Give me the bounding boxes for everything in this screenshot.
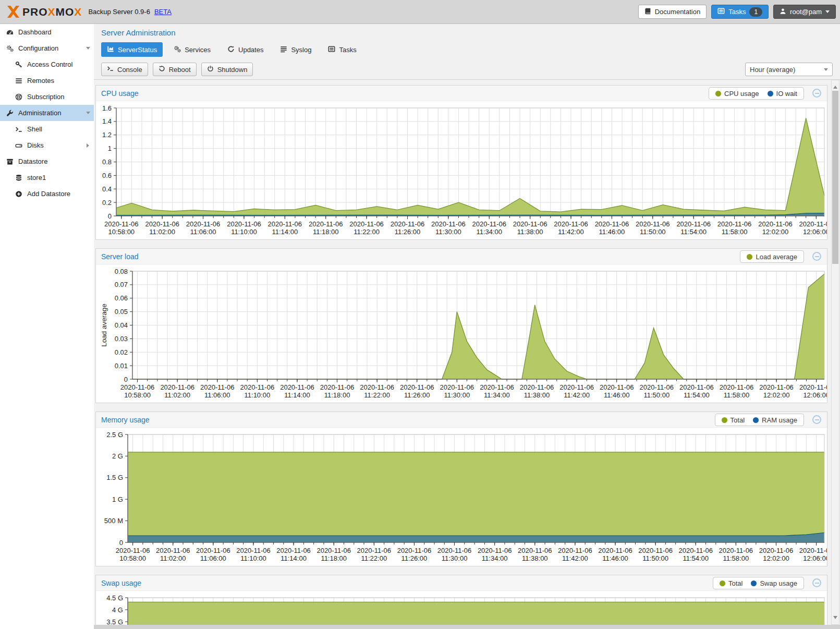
area-chart-icon — [107, 45, 114, 54]
sidebar-item-store1[interactable]: store1 — [0, 170, 94, 186]
svg-text:0.8: 0.8 — [102, 158, 112, 166]
legend-dot-icon — [715, 91, 721, 96]
collapse-panel-button[interactable] — [812, 578, 821, 587]
svg-text:11:02:00: 11:02:00 — [164, 391, 190, 399]
svg-text:2020-11-06: 2020-11-06 — [320, 383, 355, 391]
svg-text:2020-11-06: 2020-11-06 — [240, 383, 275, 391]
tab-services[interactable]: Services — [168, 42, 216, 57]
sidebar-item-administration[interactable]: Administration — [0, 105, 94, 121]
chevron-right-icon[interactable] — [87, 143, 91, 148]
collapse-panel-button[interactable] — [812, 415, 821, 424]
svg-text:4.5 G: 4.5 G — [106, 594, 123, 602]
svg-text:2020-11-06: 2020-11-06 — [679, 383, 714, 391]
legend-item[interactable]: IO wait — [768, 90, 797, 98]
swap-usage-panel: Swap usage TotalSwap usage 0500 M1 G1.5 … — [95, 575, 827, 629]
swap-usage-chart: 0500 M1 G1.5 G2 G2.5 G3 G3.5 G4 G4.5 G20… — [96, 591, 827, 629]
tab-syslog[interactable]: Syslog — [274, 42, 317, 57]
svg-text:2020-11-06: 2020-11-06 — [268, 220, 302, 228]
svg-text:2020-11-06: 2020-11-06 — [600, 383, 634, 391]
svg-text:0: 0 — [108, 212, 112, 220]
svg-text:11:58:00: 11:58:00 — [722, 228, 748, 236]
collapse-panel-button[interactable] — [812, 89, 821, 98]
svg-text:2020-11-06: 2020-11-06 — [431, 220, 466, 228]
svg-text:11:46:00: 11:46:00 — [604, 391, 630, 399]
panel-title: Server load — [96, 252, 139, 261]
svg-text:11:26:00: 11:26:00 — [401, 554, 428, 562]
svg-text:11:34:00: 11:34:00 — [476, 228, 502, 236]
svg-text:1: 1 — [108, 144, 112, 152]
documentation-button[interactable]: Documentation — [638, 5, 707, 19]
svg-text:11:18:00: 11:18:00 — [313, 228, 339, 236]
svg-text:11:34:00: 11:34:00 — [484, 391, 510, 399]
sidebar-item-disks[interactable]: Disks — [0, 137, 94, 153]
scrollbar-thumb[interactable] — [832, 91, 838, 264]
horizontal-scrollbar[interactable] — [94, 625, 840, 629]
svg-text:0.01: 0.01 — [115, 362, 128, 370]
svg-text:2020-11-06: 2020-11-06 — [480, 383, 514, 391]
tasks-button[interactable]: Tasks 1 — [711, 5, 769, 19]
svg-text:2020-11-06: 2020-11-06 — [799, 383, 827, 391]
user-menu-button[interactable]: root@pam — [773, 5, 836, 19]
legend-item[interactable]: Swap usage — [751, 579, 797, 587]
vertical-scrollbar[interactable] — [831, 80, 839, 625]
sidebar-item-subscription[interactable]: Subscription — [0, 89, 94, 105]
svg-text:2020-11-06: 2020-11-06 — [349, 220, 384, 228]
legend-dot-icon — [722, 417, 727, 423]
legend-item[interactable]: Load average — [747, 253, 797, 261]
shutdown-button[interactable]: Shutdown — [201, 63, 253, 76]
svg-text:2020-11-06: 2020-11-06 — [720, 383, 754, 391]
server-load-chart: 00.010.020.030.040.050.060.070.082020-11… — [96, 264, 827, 402]
svg-text:2020-11-06: 2020-11-06 — [472, 220, 506, 228]
sidebar-item-dashboard[interactable]: Dashboard — [0, 24, 94, 40]
database-icon — [15, 174, 23, 182]
legend-item[interactable]: CPU usage — [715, 90, 759, 98]
svg-text:11:06:00: 11:06:00 — [204, 391, 230, 399]
tab-tasks[interactable]: Tasks — [322, 42, 362, 57]
svg-text:11:10:00: 11:10:00 — [245, 391, 271, 399]
tab-serverstatus[interactable]: ServerStatus — [101, 42, 163, 57]
svg-text:11:18:00: 11:18:00 — [324, 391, 350, 399]
timeframe-select[interactable]: Hour (average) — [745, 63, 833, 76]
beta-link[interactable]: BETA — [154, 8, 172, 16]
panel-title: CPU usage — [96, 89, 139, 98]
svg-text:11:26:00: 11:26:00 — [395, 228, 421, 236]
legend-dot-icon — [753, 417, 759, 423]
list-icon — [280, 45, 287, 54]
reboot-button[interactable]: Reboot — [153, 63, 197, 76]
legend-item[interactable]: RAM usage — [753, 416, 797, 424]
svg-text:1.5 G: 1.5 G — [106, 474, 123, 481]
sidebar-item-configuration[interactable]: Configuration — [0, 40, 94, 56]
sidebar-item-datastore[interactable]: Datastore — [0, 153, 94, 170]
archive-icon — [6, 158, 14, 165]
svg-text:2020-11-06: 2020-11-06 — [598, 547, 632, 554]
proxmox-logo: PROXMOX — [6, 5, 82, 18]
legend-item[interactable]: Total — [722, 416, 745, 424]
book-icon — [644, 8, 651, 16]
legend-item[interactable]: Total — [720, 579, 742, 587]
scroll-down-arrow-icon[interactable] — [833, 616, 837, 621]
sidebar-item-remotes[interactable]: Remotes — [0, 72, 94, 89]
svg-text:2020-11-06: 2020-11-06 — [558, 547, 592, 554]
gears-icon — [174, 45, 181, 54]
svg-text:11:26:00: 11:26:00 — [404, 391, 430, 399]
terminal-icon — [15, 126, 23, 133]
svg-text:Load average: Load average — [100, 304, 108, 347]
collapse-panel-button[interactable] — [812, 252, 821, 261]
sidebar-item-shell[interactable]: Shell — [0, 121, 94, 137]
chevron-down-icon[interactable] — [86, 47, 90, 52]
key-icon — [15, 61, 23, 68]
svg-text:0.05: 0.05 — [115, 308, 128, 316]
scroll-up-arrow-icon[interactable] — [833, 83, 837, 89]
svg-text:11:30:00: 11:30:00 — [444, 391, 470, 399]
svg-text:2020-11-06: 2020-11-06 — [227, 220, 261, 228]
gears-icon — [6, 45, 14, 52]
console-button[interactable]: Console — [101, 63, 148, 76]
sidebar-item-add-datastore[interactable]: Add Datastore — [0, 186, 94, 202]
chevron-down-icon[interactable] — [86, 112, 90, 116]
legend-dot-icon — [747, 254, 752, 260]
tab-updates[interactable]: Updates — [222, 42, 269, 57]
chart-legend: CPU usageIO wait — [709, 87, 804, 100]
svg-text:11:42:00: 11:42:00 — [558, 228, 584, 236]
sidebar-item-access-control[interactable]: Access Control — [0, 56, 94, 72]
legend-dot-icon — [768, 91, 773, 96]
